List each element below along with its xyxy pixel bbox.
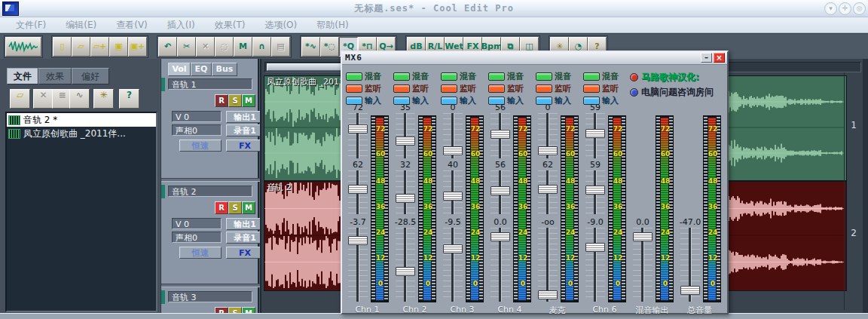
volume-fader[interactable] — [535, 228, 561, 302]
volume-fader[interactable] — [582, 228, 608, 302]
note-localization-credit[interactable]: 马路歌神汉化: — [630, 71, 728, 84]
fader2[interactable] — [440, 170, 466, 214]
tab-bus[interactable]: Bus — [212, 63, 237, 76]
fader1[interactable] — [393, 113, 418, 158]
menu-view[interactable]: 查看(V) — [106, 17, 157, 33]
open-file-button[interactable]: ▱ — [72, 37, 90, 57]
mixer-close-button[interactable]: × — [714, 53, 725, 63]
file-list-item[interactable]: 音轨 2 * — [7, 113, 156, 127]
volume-field[interactable]: V 0 — [172, 218, 222, 229]
mix-enable-button[interactable]: 混音 — [346, 71, 381, 81]
menu-insert[interactable]: 插入(I) — [157, 17, 205, 33]
fader-handle[interactable] — [538, 146, 558, 155]
fader2[interactable] — [487, 170, 513, 214]
fader-handle[interactable] — [585, 186, 605, 195]
fader2[interactable] — [582, 170, 608, 214]
mix-paste-button[interactable]: M — [234, 37, 252, 57]
fader-handle[interactable] — [348, 236, 368, 245]
mixer-minimize-button[interactable]: – — [701, 53, 712, 63]
fader1[interactable] — [535, 113, 561, 158]
monitor-button[interactable]: 监听 — [536, 83, 571, 94]
volume-fader[interactable] — [393, 228, 418, 302]
pan-field[interactable]: 声相0 — [172, 232, 222, 243]
multitrack-view-toggle[interactable] — [5, 37, 41, 57]
fader2[interactable] — [535, 170, 561, 214]
file-list-item[interactable]: 凤立原创歌曲 _2011伴... — [7, 127, 156, 140]
fader-handle[interactable] — [396, 194, 415, 203]
output-button[interactable]: 输出1 — [226, 218, 264, 230]
tab-vol[interactable]: Vol — [168, 63, 191, 76]
fader1[interactable] — [582, 113, 608, 158]
menu-options[interactable]: 选项(O) — [255, 17, 307, 33]
monitor-button[interactable]: 监听 — [488, 83, 524, 94]
lock-time-button[interactable]: ∩ — [252, 37, 271, 57]
menu-edit[interactable]: 编辑(E) — [56, 17, 106, 33]
maximize-button[interactable]: ✛ — [839, 2, 851, 15]
fader2[interactable] — [345, 170, 371, 214]
volume-fader[interactable] — [345, 228, 371, 302]
solo-button[interactable]: S — [228, 94, 242, 107]
fader-handle[interactable] — [585, 129, 605, 138]
monitor-button[interactable]: 监听 — [441, 83, 476, 94]
mixer-titlebar[interactable]: MX6 – × — [342, 52, 727, 65]
fader2[interactable] — [393, 170, 418, 214]
mix-enable-button[interactable]: 混音 — [488, 71, 524, 81]
track-name-field[interactable]: 音轨 2 — [168, 186, 252, 197]
monitor-button[interactable]: 监听 — [393, 83, 429, 94]
volume-fader[interactable] — [630, 228, 656, 302]
menu-effects[interactable]: 效果(T) — [205, 17, 255, 33]
tab-eq[interactable]: EQ — [191, 63, 212, 76]
fader-handle[interactable] — [491, 232, 510, 241]
tab-preferences[interactable]: 偏好 — [72, 68, 109, 84]
fader1[interactable] — [440, 113, 466, 158]
close-button[interactable]: ◎ — [853, 2, 866, 15]
fader-handle[interactable] — [348, 185, 368, 194]
fader-handle[interactable] — [348, 124, 368, 133]
output-button[interactable]: 输出1 — [226, 111, 264, 123]
window-titlebar[interactable]: 无标题.ses* - Cool Edit Pro ▾ ✛ ◎ — [0, 0, 868, 17]
note-support-room[interactable]: 电脑问题咨询房间 — [630, 86, 728, 99]
fader1[interactable] — [487, 113, 513, 158]
file-list[interactable]: 音轨 2 *凤立原创歌曲 _2011伴... — [5, 112, 157, 312]
loop-duplicate-button[interactable]: *◌ — [320, 37, 339, 57]
fx-button[interactable]: FX — [226, 140, 264, 152]
mix-enable-button[interactable]: 混音 — [536, 71, 571, 81]
cut-button[interactable]: ✂ — [177, 37, 196, 57]
fx-button[interactable]: FX — [226, 247, 264, 259]
punch-in-button[interactable]: *∿ — [301, 37, 320, 57]
trim-button[interactable]: ✕ — [196, 37, 215, 57]
monitor-button[interactable]: 监听 — [583, 83, 619, 94]
fader-handle[interactable] — [491, 130, 510, 139]
volume-fader[interactable] — [677, 228, 703, 302]
undo-button[interactable]: ↶ — [158, 37, 177, 57]
lock-button[interactable]: 恒速 — [179, 247, 222, 259]
vertical-scrollbar[interactable] — [863, 59, 868, 313]
fader-handle[interactable] — [491, 186, 510, 195]
monitor-button[interactable]: 监听 — [346, 83, 381, 94]
fader-handle[interactable] — [633, 232, 653, 241]
fader-handle[interactable] — [538, 290, 558, 299]
track-name-field[interactable]: 音轨 3 — [168, 291, 252, 302]
fader-handle[interactable] — [443, 146, 463, 155]
volume-fader[interactable] — [487, 228, 513, 302]
save-as-button[interactable]: ▣+ — [128, 37, 147, 57]
fader-handle[interactable] — [538, 185, 558, 194]
mute-button[interactable]: M — [242, 201, 255, 214]
volume-fader[interactable] — [440, 228, 466, 302]
record-arm-button[interactable]: R — [215, 201, 228, 214]
fader1[interactable] — [345, 113, 371, 158]
fader-handle[interactable] — [443, 192, 463, 201]
record-device-button[interactable]: 录音1 — [226, 124, 264, 136]
solo-button[interactable]: S — [228, 201, 242, 214]
minimize-button[interactable]: ▾ — [824, 2, 837, 15]
mute-button[interactable]: M — [242, 94, 255, 107]
save-button[interactable]: ▣ — [109, 37, 128, 57]
mix-enable-button[interactable]: 混音 — [441, 71, 476, 81]
lock-button[interactable]: 恒速 — [179, 140, 222, 152]
tab-effects[interactable]: 效果 — [38, 68, 72, 84]
fader-handle[interactable] — [443, 244, 463, 253]
fader-handle[interactable] — [396, 136, 415, 146]
record-device-button[interactable]: 录音1 — [226, 232, 264, 244]
fader-handle[interactable] — [396, 267, 415, 276]
group-blocks-button[interactable]: ▤ — [271, 37, 290, 57]
